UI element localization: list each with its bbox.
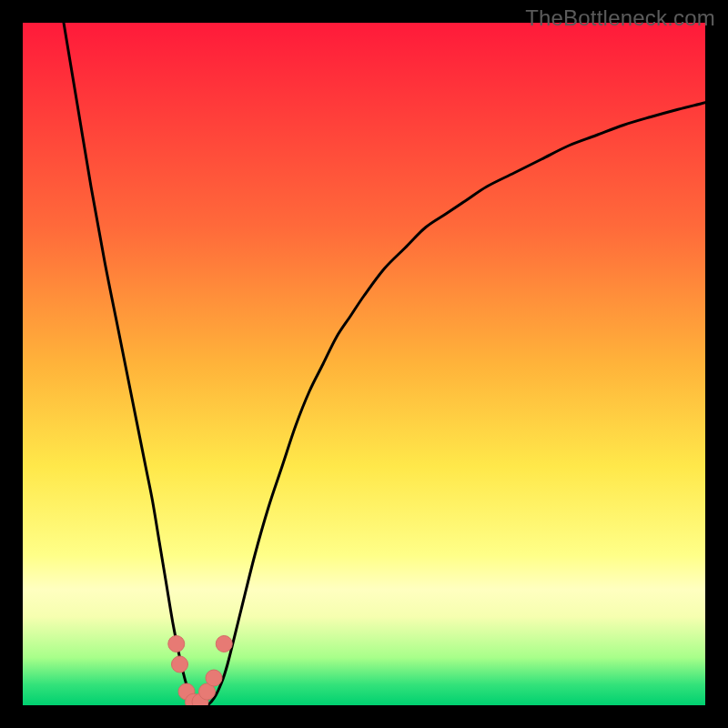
curve-marker [216, 636, 232, 652]
chart-frame: TheBottleneck.com [0, 0, 728, 728]
plot-area [23, 23, 705, 705]
curve-marker [172, 656, 188, 672]
curve-marker [168, 636, 185, 652]
curve-marker [206, 670, 222, 686]
curve-layer [23, 23, 705, 705]
bottleneck-curve [64, 23, 705, 705]
curve-markers [168, 636, 233, 706]
watermark-text: TheBottleneck.com [525, 5, 715, 31]
